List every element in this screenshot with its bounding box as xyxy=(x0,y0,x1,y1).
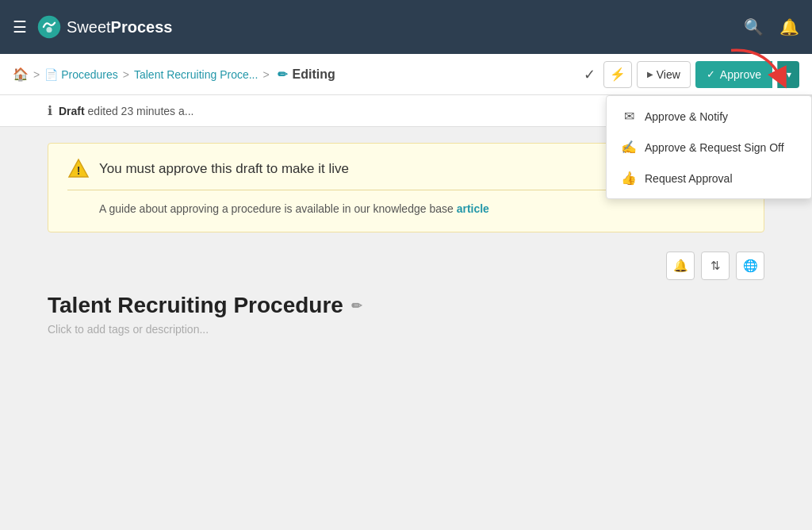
warning-body: A guide about approving a procedure is a… xyxy=(67,200,745,217)
hamburger-icon[interactable]: ☰ xyxy=(13,17,27,36)
approve-notify-item[interactable]: ✉ Approve & Notify xyxy=(607,101,811,132)
notification-icon[interactable]: 🔔 xyxy=(779,17,799,36)
toolbar-actions: ✓ ⚡ ▶ View ✓ Approve ▾ xyxy=(580,61,799,88)
logo-icon xyxy=(36,14,62,40)
logo: SweetProcess xyxy=(36,14,172,40)
search-icon[interactable]: 🔍 xyxy=(744,17,764,36)
svg-point-1 xyxy=(46,27,52,33)
navbar-right: 🔍 🔔 xyxy=(744,17,799,36)
breadcrumb-sep-3: > xyxy=(262,68,269,81)
home-breadcrumb[interactable]: 🏠 xyxy=(13,67,29,82)
breadcrumb-sep-2: > xyxy=(123,68,129,81)
sign-icon: ✍ xyxy=(621,140,637,155)
logo-text: SweetProcess xyxy=(67,18,172,36)
title-edit-icon[interactable]: ✏ xyxy=(351,298,362,313)
document-icon: 📄 xyxy=(44,68,58,81)
article-link[interactable]: article xyxy=(457,202,489,215)
breadcrumb-sep-1: > xyxy=(33,68,40,81)
breadcrumb-bar: 🏠 > 📄 Procedures > Talent Recruiting Pro… xyxy=(0,54,812,95)
warning-title: You must approve this draft to make it l… xyxy=(99,161,349,177)
request-approval-item[interactable]: 👍 Request Approval xyxy=(607,163,811,194)
view-button[interactable]: ▶ View xyxy=(637,61,691,88)
lightning-icon: ⚡ xyxy=(610,67,626,82)
svg-text:!: ! xyxy=(77,164,81,177)
envelope-icon: ✉ xyxy=(621,109,637,124)
notification-settings-button[interactable]: 🔔 xyxy=(666,252,695,280)
procedures-breadcrumb[interactable]: 📄 Procedures xyxy=(44,68,118,81)
globe-icon: 🌐 xyxy=(743,259,758,273)
action-icons-row: 🔔 ⇅ 🌐 xyxy=(48,252,764,280)
draft-text: Draft edited 23 minutes a... xyxy=(59,105,193,117)
approve-check-icon: ✓ xyxy=(707,68,715,80)
approve-sign-off-item[interactable]: ✍ Approve & Request Sign Off xyxy=(607,132,811,163)
breadcrumb-wrapper: 🏠 > 📄 Procedures > Talent Recruiting Pro… xyxy=(0,54,812,95)
sort-button[interactable]: ⇅ xyxy=(701,252,730,280)
chevron-down-icon: ▾ xyxy=(787,69,791,80)
approve-dropdown-button[interactable]: ▾ xyxy=(777,61,799,88)
approve-button[interactable]: ✓ Approve xyxy=(695,61,772,88)
page-title: Talent Recruiting Procedure ✏ xyxy=(48,293,764,318)
globe-button[interactable]: 🌐 xyxy=(736,252,764,280)
sort-icon: ⇅ xyxy=(710,259,721,273)
thumbsup-icon: 👍 xyxy=(621,171,637,186)
procedure-breadcrumb[interactable]: Talent Recruiting Proce... xyxy=(134,68,258,81)
editing-status: ✏ Editing xyxy=(278,67,335,82)
page-subtitle[interactable]: Click to add tags or description... xyxy=(48,323,764,336)
bell-icon: 🔔 xyxy=(673,259,688,273)
check-button[interactable]: ✓ xyxy=(580,63,599,86)
pencil-icon: ✏ xyxy=(278,67,288,82)
approve-dropdown-menu: ✉ Approve & Notify ✍ Approve & Request S… xyxy=(606,95,812,199)
play-icon: ▶ xyxy=(647,70,653,79)
navbar: ☰ SweetProcess 🔍 🔔 xyxy=(0,0,812,54)
info-icon: ℹ xyxy=(48,103,52,118)
warning-triangle-icon: ! xyxy=(67,158,90,180)
lightning-button[interactable]: ⚡ xyxy=(603,61,632,88)
